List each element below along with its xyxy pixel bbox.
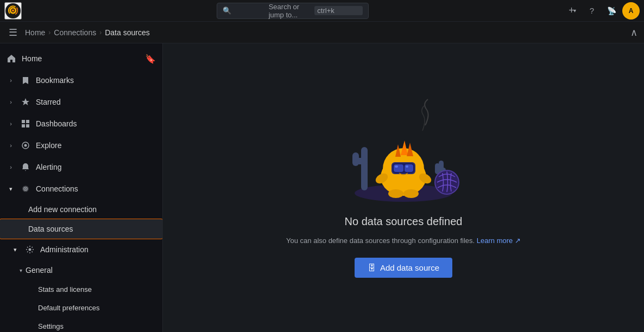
main-layout: Home 🔖 › Bookmarks › Starred › Dashboard [0, 43, 644, 332]
administration-chevron: ▾ [11, 246, 20, 253]
add-data-source-label: Add data source [380, 263, 439, 272]
svg-rect-4 [22, 124, 25, 127]
avatar-initials: A [629, 7, 634, 15]
breadcrumb-collapse-button[interactable]: ∧ [630, 27, 637, 39]
administration-label: Administration [40, 245, 156, 254]
sidebar-item-explore[interactable]: › Explore [0, 135, 162, 156]
svg-rect-15 [352, 152, 359, 166]
bookmarks-chevron: › [7, 77, 15, 84]
svg-rect-3 [26, 120, 29, 123]
breadcrumb-sep-2: › [99, 29, 102, 36]
svg-rect-24 [394, 164, 403, 172]
starred-chevron: › [7, 99, 15, 105]
svg-point-10 [25, 188, 27, 190]
illustration [333, 98, 474, 207]
administration-icon [25, 245, 35, 254]
add-data-source-button[interactable]: 🗄 Add data source [355, 258, 452, 278]
sidebar-item-connections[interactable]: ▾ Connections [0, 178, 162, 200]
sidebar-starred-label: Starred [36, 98, 156, 106]
svg-rect-13 [361, 147, 368, 190]
svg-point-7 [24, 144, 27, 147]
svg-rect-5 [26, 124, 29, 127]
breadcrumb-home[interactable]: Home [25, 28, 45, 37]
news-button[interactable]: 📡 [603, 2, 620, 20]
sidebar-item-general[interactable]: ▾ General [0, 260, 162, 280]
home-icon [7, 54, 16, 63]
sidebar-home-label: Home [22, 54, 140, 63]
empty-state-title: No data sources defined [345, 215, 463, 228]
sidebar-bookmarks-label: Bookmarks [36, 76, 156, 85]
bookmarks-icon [21, 75, 30, 85]
sidebar-alerting-label: Alerting [36, 163, 156, 171]
sidebar-item-default-preferences[interactable]: Default preferences [0, 298, 162, 317]
svg-rect-25 [405, 164, 413, 172]
top-navigation: 🔍 Search or jump to... ctrl+k + ▾ ? 📡 A [0, 0, 644, 22]
general-label: General [26, 266, 53, 274]
dashboards-chevron: › [7, 120, 15, 127]
sidebar-item-add-new-connection[interactable]: Add new connection [0, 200, 162, 219]
svg-rect-27 [406, 165, 408, 168]
sidebar-item-stats-and-license[interactable]: Stats and license [0, 280, 162, 298]
help-button[interactable]: ? [583, 2, 601, 20]
sidebar-explore-label: Explore [36, 141, 156, 150]
data-sources-label: Data sources [28, 225, 156, 233]
sidebar-item-home[interactable]: Home 🔖 [0, 48, 162, 69]
search-icon: 🔍 [223, 7, 266, 15]
sidebar-item-alerting[interactable]: › Alerting [0, 156, 162, 178]
empty-state: No data sources defined You can also def… [286, 98, 521, 278]
menu-toggle-button[interactable]: ☰ [7, 27, 20, 39]
general-chevron: ▾ [20, 267, 22, 273]
connections-chevron: ▾ [7, 186, 15, 193]
settings-label: Settings [38, 322, 64, 330]
help-icon: ? [590, 6, 594, 15]
sidebar: Home 🔖 › Bookmarks › Starred › Dashboard [0, 43, 163, 332]
alerting-chevron: › [7, 164, 15, 170]
bookmark-icon: 🔖 [145, 54, 156, 64]
sidebar-connections-label: Connections [36, 184, 156, 193]
sidebar-item-administration[interactable]: ▾ Administration [0, 239, 162, 260]
grafana-logo-button[interactable] [4, 2, 22, 20]
sidebar-item-starred[interactable]: › Starred [0, 91, 162, 113]
svg-point-34 [403, 189, 419, 198]
add-new-connection-label: Add new connection [28, 205, 156, 214]
breadcrumb-sep-1: › [48, 29, 50, 36]
news-icon: 📡 [607, 7, 616, 15]
connections-icon [21, 184, 30, 194]
breadcrumb-connections[interactable]: Connections [54, 28, 96, 37]
alerting-icon [21, 162, 30, 172]
explore-chevron: › [7, 142, 15, 149]
default-preferences-label: Default preferences [38, 304, 99, 312]
svg-marker-29 [401, 141, 408, 155]
svg-point-33 [388, 189, 403, 198]
search-container: 🔍 Search or jump to... ctrl+k [26, 3, 559, 19]
plus-dropdown-icon: ▾ [573, 8, 576, 14]
sidebar-item-settings[interactable]: Settings [0, 317, 162, 332]
database-icon: 🗄 [368, 263, 376, 272]
svg-rect-2 [22, 120, 25, 123]
search-shortcut: ctrl+k [314, 6, 363, 15]
sidebar-item-data-sources[interactable]: Data sources [0, 219, 162, 239]
svg-rect-26 [395, 165, 398, 168]
breadcrumb-data-sources: Data sources [105, 28, 149, 37]
sidebar-dashboards-label: Dashboards [36, 119, 156, 128]
svg-rect-18 [435, 163, 440, 174]
plus-button[interactable]: + ▾ [564, 2, 581, 20]
hamburger-icon: ☰ [9, 27, 17, 39]
user-avatar-button[interactable]: A [622, 2, 640, 20]
search-placeholder: Search or jump to... [269, 3, 312, 19]
svg-point-1 [12, 9, 14, 11]
search-box[interactable]: 🔍 Search or jump to... ctrl+k [217, 3, 369, 19]
svg-point-11 [29, 248, 31, 251]
sidebar-item-bookmarks[interactable]: › Bookmarks [0, 69, 162, 91]
topnav-actions: + ▾ ? 📡 A [564, 2, 640, 20]
breadcrumb-bar: ☰ Home › Connections › Data sources ∧ [0, 22, 644, 43]
stats-and-license-label: Stats and license [38, 285, 92, 293]
learn-more-link[interactable]: Learn more ↗ [477, 237, 521, 245]
explore-icon [21, 141, 30, 150]
sidebar-item-dashboards[interactable]: › Dashboards [0, 113, 162, 135]
dashboards-icon [21, 119, 30, 129]
starred-icon [21, 97, 30, 107]
empty-state-subtitle: You can also define data sources through… [286, 237, 521, 245]
main-content: No data sources defined You can also def… [163, 43, 644, 332]
chevron-up-icon: ∧ [630, 27, 637, 38]
